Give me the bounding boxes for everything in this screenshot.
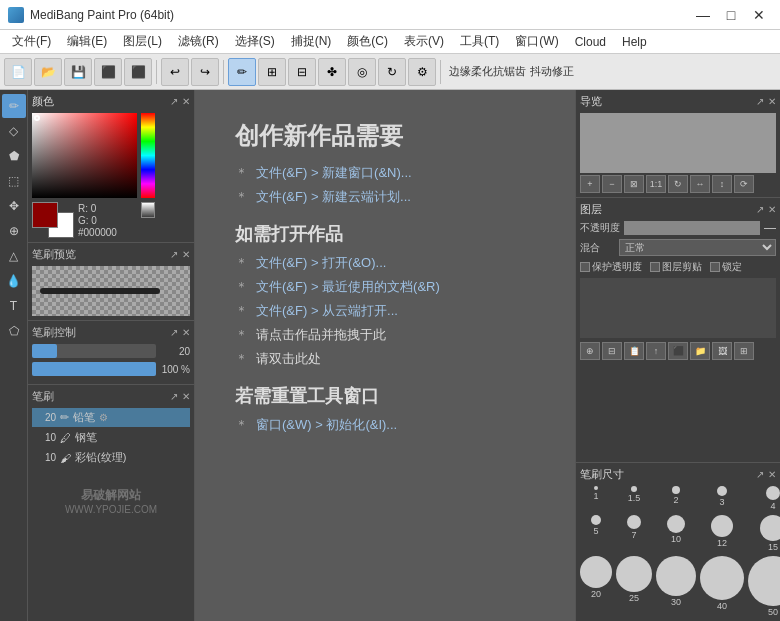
navigator-expand-icon[interactable]: ↗ — [756, 96, 764, 107]
layer-btn-8[interactable]: ⊞ — [734, 342, 754, 360]
brush-size-item-1[interactable]: 1 — [580, 486, 612, 511]
color-expand-icon[interactable]: ↗ — [170, 96, 178, 107]
undo-action-button[interactable]: ↩ — [161, 58, 189, 86]
brush-size-item-2[interactable]: 2 — [656, 486, 696, 511]
brush-size-item-3[interactable]: 3 — [700, 486, 744, 511]
opacity-bar[interactable] — [624, 221, 760, 235]
brush-size-item-5[interactable]: 5 — [580, 515, 612, 552]
nav-fit-button[interactable]: ⊠ — [624, 175, 644, 193]
nav-actual-button[interactable]: 1:1 — [646, 175, 666, 193]
menu-tool[interactable]: 工具(T) — [452, 30, 507, 54]
brush-control-expand-icon[interactable]: ↗ — [170, 327, 178, 338]
clip-layer-checkbox[interactable] — [650, 262, 660, 272]
layer-list-area[interactable] — [580, 278, 776, 338]
brush-control-close-icon[interactable]: ✕ — [182, 327, 190, 338]
brush-size-item-12[interactable]: 12 — [700, 515, 744, 552]
blend-mode-select[interactable]: 正常 — [619, 239, 776, 256]
brush-item-pencil[interactable]: 20 ✏ 铅笔 ⚙ — [32, 408, 190, 427]
menu-window[interactable]: 窗口(W) — [507, 30, 566, 54]
layer-btn-2[interactable]: ⊟ — [602, 342, 622, 360]
tool-fill-icon[interactable]: ⬟ — [2, 144, 26, 168]
tool-grid-button[interactable]: ⊞ — [258, 58, 286, 86]
close-button[interactable]: ✕ — [746, 2, 772, 28]
tool-crop-icon[interactable]: ⊕ — [2, 219, 26, 243]
brush-size-expand-icon[interactable]: ↗ — [756, 469, 764, 480]
brush-item-pencil-gear[interactable]: ⚙ — [99, 412, 108, 423]
menu-capture[interactable]: 捕捉(N) — [283, 30, 340, 54]
nav-flip-h-button[interactable]: ↔ — [690, 175, 710, 193]
brush-size-item-40[interactable]: 40 — [700, 556, 744, 617]
lock-layer-check[interactable]: 锁定 — [710, 260, 742, 274]
tool-eyedropper-icon[interactable]: 💧 — [2, 269, 26, 293]
brush-size-item-20[interactable]: 20 — [580, 556, 612, 617]
fg-bg-swatches[interactable]: R: 0 G: 0 #000000 — [32, 202, 137, 238]
tool-select-icon[interactable]: ⬚ — [2, 169, 26, 193]
tool-pen-button[interactable]: ✏ — [228, 58, 256, 86]
layer-btn-7[interactable]: 🖼 — [712, 342, 732, 360]
clip-layer-check[interactable]: 图层剪贴 — [650, 260, 702, 274]
brush-list-close-icon[interactable]: ✕ — [182, 391, 190, 402]
window-controls[interactable]: — □ ✕ — [690, 2, 772, 28]
layer-expand-icon[interactable]: ↗ — [756, 204, 764, 215]
tool-shape-icon[interactable]: △ — [2, 244, 26, 268]
fg-color-swatch[interactable] — [32, 202, 58, 228]
open-file-button[interactable]: 📂 — [34, 58, 62, 86]
layer-btn-4[interactable]: ↑ — [646, 342, 666, 360]
minimize-button[interactable]: — — [690, 2, 716, 28]
tool-eraser-icon[interactable]: ◇ — [2, 119, 26, 143]
color-close-icon[interactable]: ✕ — [182, 96, 190, 107]
navigator-close-icon[interactable]: ✕ — [768, 96, 776, 107]
nav-zoom-in-button[interactable]: + — [580, 175, 600, 193]
menu-layer[interactable]: 图层(L) — [115, 30, 170, 54]
brush-item-colored-pencil[interactable]: 10 🖌 彩铅(纹理) — [32, 448, 190, 467]
size-slider[interactable] — [32, 344, 156, 358]
brush-size-item-50[interactable]: 50 — [748, 556, 780, 617]
hue-slider[interactable] — [141, 113, 155, 198]
tool-ruler-button[interactable]: ✤ — [318, 58, 346, 86]
brush-size-item-10[interactable]: 10 — [656, 515, 696, 552]
menu-file[interactable]: 文件(F) — [4, 30, 59, 54]
brush-preview-close-icon[interactable]: ✕ — [182, 249, 190, 260]
new-file-button[interactable]: 📄 — [4, 58, 32, 86]
brush-size-item-1.5[interactable]: 1.5 — [616, 486, 652, 511]
tool-blur-icon[interactable]: ⬠ — [2, 319, 26, 343]
navigator-preview[interactable] — [580, 113, 776, 173]
tool-pencil-icon[interactable]: ✏ — [2, 94, 26, 118]
nav-zoom-out-button[interactable]: − — [602, 175, 622, 193]
brush-size-item-7[interactable]: 7 — [616, 515, 652, 552]
brush-preview-expand-icon[interactable]: ↗ — [170, 249, 178, 260]
brush-item-pen[interactable]: 10 🖊 钢笔 — [32, 428, 190, 447]
nav-flip-v-button[interactable]: ↕ — [712, 175, 732, 193]
redo-button[interactable]: ⬛ — [124, 58, 152, 86]
menu-color[interactable]: 颜色(C) — [339, 30, 396, 54]
layer-btn-6[interactable]: 📁 — [690, 342, 710, 360]
redo-action-button[interactable]: ↪ — [191, 58, 219, 86]
brush-size-item-25[interactable]: 25 — [616, 556, 652, 617]
nav-reset-button[interactable]: ⟳ — [734, 175, 754, 193]
alpha-slider[interactable] — [141, 202, 155, 218]
brush-size-close-icon[interactable]: ✕ — [768, 469, 776, 480]
layer-btn-1[interactable]: ⊕ — [580, 342, 600, 360]
brush-size-item-30[interactable]: 30 — [656, 556, 696, 617]
menu-help[interactable]: Help — [614, 30, 655, 54]
maximize-button[interactable]: □ — [718, 2, 744, 28]
brush-list-expand-icon[interactable]: ↗ — [170, 391, 178, 402]
brush-size-item-15[interactable]: 15 — [748, 515, 780, 552]
tool-text-icon[interactable]: T — [2, 294, 26, 318]
save-file-button[interactable]: 💾 — [64, 58, 92, 86]
tool-settings-button[interactable]: ⚙ — [408, 58, 436, 86]
canvas-area[interactable]: 创作新作品需要 ＊ 文件(&F) > 新建窗口(&N)... ＊ 文件(&F) … — [195, 90, 575, 621]
menu-edit[interactable]: 编辑(E) — [59, 30, 115, 54]
tool-curve-button[interactable]: ◎ — [348, 58, 376, 86]
nav-rotate-button[interactable]: ↻ — [668, 175, 688, 193]
menu-cloud[interactable]: Cloud — [567, 30, 614, 54]
protect-alpha-check[interactable]: 保护透明度 — [580, 260, 642, 274]
layer-btn-5[interactable]: ⬛ — [668, 342, 688, 360]
protect-alpha-checkbox[interactable] — [580, 262, 590, 272]
layer-btn-3[interactable]: 📋 — [624, 342, 644, 360]
menu-select[interactable]: 选择(S) — [227, 30, 283, 54]
menu-filter[interactable]: 滤镜(R) — [170, 30, 227, 54]
lock-layer-checkbox[interactable] — [710, 262, 720, 272]
tool-grid2-button[interactable]: ⊟ — [288, 58, 316, 86]
opacity-slider[interactable] — [32, 362, 156, 376]
